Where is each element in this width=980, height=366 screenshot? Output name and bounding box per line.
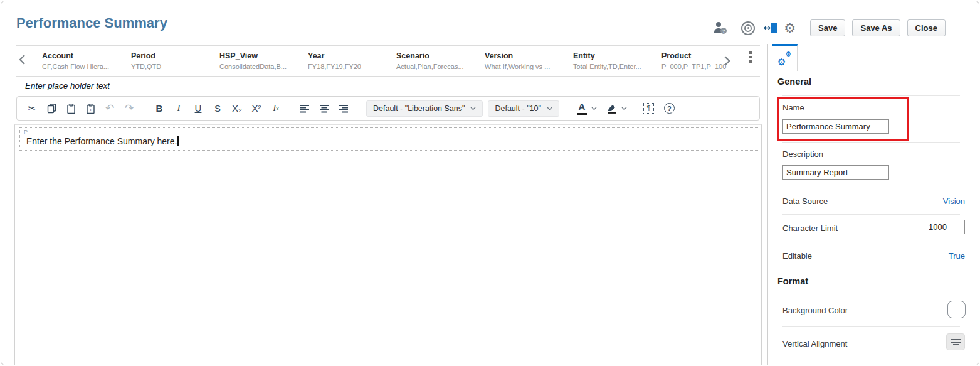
placeholder-hint: Enter place holder text (25, 81, 110, 90)
person-head-icon (716, 22, 721, 27)
description-label: Description (782, 149, 823, 159)
richtext-editor-area[interactable]: P Enter the Performance Summary here. (14, 124, 762, 365)
divider (734, 21, 734, 36)
chevron-down-icon (470, 107, 476, 110)
vertical-alignment-button[interactable] (946, 333, 965, 350)
superscript-button[interactable]: X² (251, 102, 261, 115)
editable-label: Editable (782, 251, 812, 261)
data-source-label: Data Source (782, 196, 828, 206)
divider (782, 326, 960, 327)
panel-layout-icon[interactable] (762, 23, 777, 33)
dimension-scenario[interactable]: ScenarioActual,Plan,Forecas... (396, 51, 464, 70)
clear-format-button[interactable]: Ix (271, 102, 281, 115)
richtext-toolbar: ✂ T ↶ ↷ B I U S X₂ X² Ix (16, 96, 760, 121)
data-source-value[interactable]: Vision (943, 196, 965, 206)
properties-panel: ⚙ ⚙ General Name Description Data Source… (767, 44, 979, 365)
font-size-dropdown[interactable]: Default - "10" (488, 100, 559, 117)
target-icon[interactable] (741, 21, 755, 35)
strikethrough-button[interactable]: S (213, 102, 223, 115)
divider (782, 269, 960, 269)
bold-button[interactable]: B (154, 102, 164, 115)
layout-panel-fill (771, 23, 777, 33)
divider (782, 360, 960, 360)
align-left-icon[interactable] (300, 102, 310, 115)
section-general: General (777, 77, 811, 87)
divider (782, 142, 960, 143)
close-button[interactable]: Close (907, 19, 946, 36)
description-input[interactable] (782, 165, 889, 180)
paragraph-tag-label: P (23, 129, 29, 135)
dimension-version[interactable]: VersionWhat If,Working vs ... (485, 51, 550, 70)
tab-properties[interactable]: ⚙ ⚙ (772, 44, 798, 71)
divider (782, 242, 960, 242)
cut-icon[interactable]: ✂ (27, 102, 37, 115)
vertical-alignment-icon (951, 339, 961, 340)
align-right-icon[interactable] (339, 102, 349, 115)
page-title: Performance Summary (16, 15, 167, 31)
character-limit-label: Character Limit (782, 223, 838, 233)
divider (782, 214, 960, 215)
dimension-year[interactable]: YearFY18,FY19,FY20 (308, 51, 361, 70)
divider (782, 188, 960, 188)
subscript-button[interactable]: X₂ (232, 102, 242, 115)
underline-button[interactable]: U (193, 102, 203, 115)
dimension-account[interactable]: AccountCF,Cash Flow Hiera... (42, 51, 109, 70)
settings-gear-icon[interactable]: ⚙ (784, 21, 796, 35)
editable-value[interactable]: True (949, 251, 965, 261)
name-input[interactable] (782, 119, 889, 134)
vertical-alignment-label: Vertical Alignment (782, 339, 847, 348)
prev-dimensions-chevron[interactable] (19, 54, 26, 68)
editor-help-icon[interactable]: ? (664, 103, 675, 114)
divider (782, 294, 960, 294)
dimension-hsp-view[interactable]: HSP_ViewConsolidatedData,B... (219, 51, 287, 70)
background-color-label: Background Color (782, 306, 848, 315)
editor-text[interactable]: Enter the Performance Summary here. (26, 136, 179, 146)
divider (803, 21, 803, 36)
select-all-icon[interactable]: ¶ (643, 103, 654, 114)
highlight-color-icon[interactable] (606, 102, 617, 115)
header-actions: ? ⚙ Save Save As Close (714, 19, 946, 36)
chevron-down-icon (547, 107, 552, 110)
dimension-period[interactable]: PeriodYTD,QTD (131, 51, 161, 70)
text-cursor (177, 136, 179, 146)
paragraph-block[interactable]: P Enter the Performance Summary here. (19, 127, 759, 151)
save-button[interactable]: Save (810, 19, 845, 36)
dimension-entity[interactable]: EntityTotal Entity,TD,Enter... (573, 51, 641, 70)
copy-icon[interactable] (46, 102, 56, 115)
app-window: Performance Summary ? ⚙ Save Save As Clo… (1, 1, 979, 365)
user-assistance-icon[interactable]: ? (714, 22, 727, 34)
divider (782, 95, 960, 96)
name-label: Name (782, 103, 804, 112)
text-color-chevron-icon[interactable] (591, 107, 597, 110)
align-center-icon[interactable] (319, 102, 329, 115)
font-family-dropdown[interactable]: Default - "Liberation Sans" (366, 100, 483, 117)
background-color-swatch[interactable] (947, 301, 966, 318)
layout-arrow-icon (762, 23, 771, 33)
help-badge-icon: ? (720, 28, 727, 34)
italic-button[interactable]: I (174, 102, 184, 115)
dimension-bar: AccountCF,Cash Flow Hiera... PeriodYTD,Q… (16, 45, 760, 77)
paste-text-icon[interactable]: T (85, 102, 95, 115)
undo-icon[interactable]: ↶ (105, 102, 115, 115)
highlight-color-chevron-icon[interactable] (621, 107, 627, 110)
overflow-menu-icon[interactable] (749, 51, 752, 63)
dimension-product[interactable]: ProductP_000,P_TP1,P_100 (661, 51, 726, 70)
redo-icon[interactable]: ↷ (124, 102, 134, 115)
save-as-button[interactable]: Save As (852, 19, 900, 36)
paste-icon[interactable] (66, 102, 76, 115)
svg-text:T: T (89, 108, 92, 112)
text-color-icon[interactable]: A (577, 102, 587, 115)
next-dimensions-chevron[interactable] (724, 55, 730, 69)
gears-tab-icon: ⚙ ⚙ (777, 53, 791, 65)
character-limit-input[interactable] (925, 220, 965, 234)
section-format: Format (777, 276, 808, 286)
